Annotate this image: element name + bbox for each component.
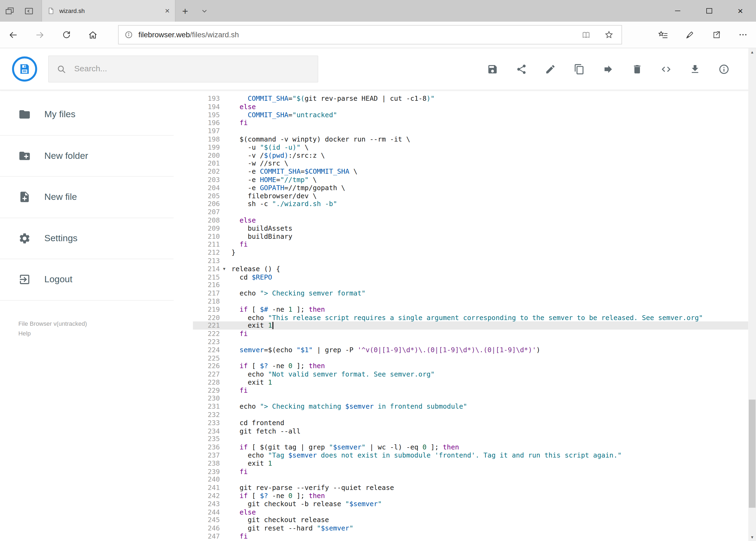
code-line-214[interactable]: 214▾release () { <box>193 265 748 273</box>
code-line-200[interactable]: 200 -v /$(pwd):/src:z \ <box>193 151 748 159</box>
filebrowser-logo[interactable] <box>12 56 37 82</box>
web-note-pen-icon[interactable] <box>676 22 703 48</box>
code-line-205[interactable]: 205 filebrowser/dev \ <box>193 192 748 200</box>
new-tab-icon[interactable]: + <box>175 0 195 22</box>
code-line-232[interactable]: 232 <box>193 411 748 419</box>
code-line-206[interactable]: 206 sh -c "./wizard.sh -b" <box>193 200 748 208</box>
code-line-207[interactable]: 207 <box>193 208 748 216</box>
code-line-235[interactable]: 235 <box>193 435 748 443</box>
code-line-193[interactable]: 193 COMMIT_SHA="$(git rev-parse HEAD | c… <box>193 95 748 103</box>
code-line-243[interactable]: 243 git checkout -b release "$semver" <box>193 500 748 508</box>
info-icon[interactable] <box>718 64 730 75</box>
code-line-227[interactable]: 227 echo "Not valid semver format. See s… <box>193 370 748 378</box>
code-line-228[interactable]: 228 exit 1 <box>193 378 748 386</box>
sidebar-item-logout[interactable]: Logout <box>0 259 173 300</box>
close-window-button[interactable]: × <box>725 0 756 22</box>
set-tabs-aside-icon[interactable] <box>19 0 38 22</box>
maximize-button[interactable] <box>693 0 725 22</box>
page-scrollbar[interactable]: ▲ ▼ <box>748 48 756 541</box>
code-line-201[interactable]: 201 -w //src \ <box>193 159 748 168</box>
help-link[interactable]: Help <box>18 328 193 338</box>
code-line-203[interactable]: 203 -e HOME="//tmp" \ <box>193 176 748 184</box>
code-view-icon[interactable] <box>660 64 671 75</box>
code-line-222[interactable]: 222 fi <box>193 330 748 338</box>
code-line-238[interactable]: 238 exit 1 <box>193 459 748 467</box>
fold-arrow-icon[interactable]: ▾ <box>220 265 229 273</box>
code-line-194[interactable]: 194 else <box>193 103 748 111</box>
code-line-246[interactable]: 246 git reset --hard "$semver" <box>193 524 748 532</box>
share-file-icon[interactable] <box>516 64 527 75</box>
minimize-button[interactable] <box>662 0 693 22</box>
code-line-233[interactable]: 233 cd frontend <box>193 419 748 427</box>
code-line-239[interactable]: 239 fi <box>193 467 748 476</box>
copy-icon[interactable] <box>574 64 585 75</box>
code-line-229[interactable]: 229 fi <box>193 386 748 395</box>
code-line-215[interactable]: 215 cd $REPO <box>193 273 748 281</box>
sidebar-item-new-file[interactable]: New file <box>0 177 173 218</box>
code-line-212[interactable]: 212} <box>193 249 748 257</box>
sidebar-item-new-folder[interactable]: New folder <box>0 135 173 177</box>
code-line-217[interactable]: 217 echo "> Checking semver format" <box>193 289 748 297</box>
code-line-220[interactable]: 220 echo "This release script requires a… <box>193 313 748 322</box>
code-line-223[interactable]: 223 <box>193 338 748 346</box>
save-icon[interactable] <box>487 64 498 75</box>
code-line-236[interactable]: 236 if [ $(git tag | grep "$semver" | wc… <box>193 443 748 451</box>
scrollbar-up-arrow-icon[interactable]: ▲ <box>748 48 756 56</box>
code-line-226[interactable]: 226 if [ $? -ne 0 ]; then <box>193 362 748 370</box>
search-bar[interactable] <box>48 55 318 82</box>
code-line-221[interactable]: 221 exit 1 <box>193 322 748 330</box>
code-line-240[interactable]: 240 <box>193 476 748 484</box>
code-line-210[interactable]: 210 buildBinary <box>193 232 748 241</box>
scrollbar-thumb[interactable] <box>749 399 755 507</box>
code-line-247[interactable]: 247 fi <box>193 532 748 540</box>
browser-tab-wizard-sh[interactable]: wizard.sh × <box>42 0 176 22</box>
url-text[interactable]: filebrowser.web/files/wizard.sh <box>138 31 239 39</box>
code-line-225[interactable]: 225 <box>193 354 748 362</box>
favorite-star-icon[interactable] <box>604 30 614 40</box>
code-line-216[interactable]: 216 <box>193 281 748 289</box>
code-line-196[interactable]: 196 fi <box>193 119 748 127</box>
code-line-209[interactable]: 209 buildAssets <box>193 224 748 232</box>
code-line-231[interactable]: 231 echo "> Checking matching $semver in… <box>193 403 748 411</box>
code-line-204[interactable]: 204 -e GOPATH=//tmp/gopath \ <box>193 184 748 192</box>
code-line-224[interactable]: 224 semver=$(echo "$1" | grep -P '^v(0|[… <box>193 346 748 354</box>
code-line-213[interactable]: 213 <box>193 257 748 265</box>
tab-list-chevron-icon[interactable] <box>195 0 214 22</box>
forward-icon[interactable] <box>26 22 53 48</box>
reading-view-icon[interactable] <box>581 30 591 39</box>
code-line-218[interactable]: 218 <box>193 297 748 305</box>
code-line-219[interactable]: 219 if [ $# -ne 1 ]; then <box>193 305 748 313</box>
sidebar-item-settings[interactable]: Settings <box>0 218 173 259</box>
code-line-198[interactable]: 198 $(command -v winpty) docker run --rm… <box>193 135 748 143</box>
code-line-195[interactable]: 195 COMMIT_SHA="untracked" <box>193 111 748 119</box>
more-settings-icon[interactable] <box>730 22 756 48</box>
back-icon[interactable] <box>0 22 26 48</box>
code-line-244[interactable]: 244 else <box>193 508 748 516</box>
code-line-208[interactable]: 208 else <box>193 216 748 224</box>
edit-icon[interactable] <box>545 64 556 75</box>
code-line-237[interactable]: 237 echo "Tag $semver does not exist in … <box>193 451 748 459</box>
code-line-242[interactable]: 242 if [ $? -ne 0 ]; then <box>193 492 748 500</box>
tab-preview-icon[interactable] <box>0 0 19 22</box>
refresh-icon[interactable] <box>53 22 80 48</box>
code-line-197[interactable]: 197 <box>193 127 748 135</box>
home-icon[interactable] <box>80 22 106 48</box>
share-icon[interactable] <box>703 22 730 48</box>
scrollbar-down-arrow-icon[interactable]: ▼ <box>748 533 756 541</box>
hub-favorites-icon[interactable] <box>650 22 676 48</box>
move-icon[interactable] <box>603 64 614 75</box>
code-editor[interactable]: 193 COMMIT_SHA="$(git rev-parse HEAD | c… <box>193 90 748 541</box>
code-line-241[interactable]: 241 git rev-parse --verify --quiet relea… <box>193 484 748 492</box>
code-line-199[interactable]: 199 -u "$(id -u)" \ <box>193 143 748 151</box>
sidebar-item-my-files[interactable]: My files <box>0 94 173 135</box>
code-line-202[interactable]: 202 -e COMMIT_SHA=$COMMIT_SHA \ <box>193 168 748 176</box>
code-line-211[interactable]: 211 fi <box>193 241 748 249</box>
address-bar[interactable]: filebrowser.web/files/wizard.sh <box>118 25 622 44</box>
code-line-245[interactable]: 245 git checkout release <box>193 516 748 524</box>
code-line-234[interactable]: 234 git fetch --all <box>193 427 748 435</box>
download-icon[interactable] <box>690 64 701 75</box>
search-input[interactable] <box>74 64 310 74</box>
tab-close-icon[interactable]: × <box>165 7 170 15</box>
code-line-230[interactable]: 230 <box>193 395 748 403</box>
site-info-icon[interactable] <box>125 31 133 39</box>
